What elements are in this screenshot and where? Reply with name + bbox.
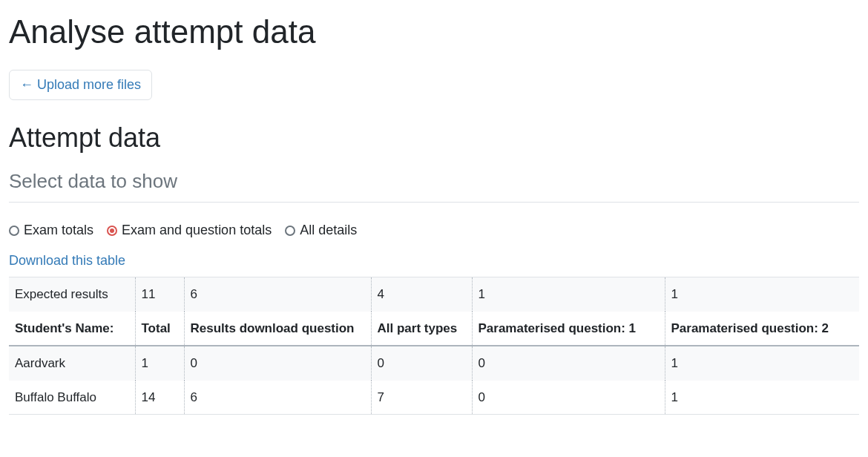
- radio-label: Exam totals: [24, 220, 93, 240]
- table-row: Aardvark10001: [9, 346, 859, 381]
- view-mode-radio-group: Exam totals Exam and question totals All…: [9, 220, 859, 240]
- cell-q1: 6: [184, 381, 371, 415]
- cell-name: Buffalo Buffalo: [9, 381, 135, 415]
- cell-q2: 0: [371, 346, 472, 381]
- section-title: Attempt data: [9, 118, 859, 158]
- radio-all-details[interactable]: All details: [285, 220, 357, 240]
- table-row: Buffalo Buffalo146701: [9, 381, 859, 415]
- cell-q3: 0: [472, 346, 665, 381]
- expected-results-row: Expected results 11 6 4 1 1: [9, 277, 859, 312]
- col-header-q4: Paramaterised question: 2: [665, 312, 859, 346]
- radio-icon: [107, 226, 117, 236]
- col-header-q2: All part types: [371, 312, 472, 346]
- radio-icon: [285, 226, 295, 236]
- cell-q3: 0: [472, 381, 665, 415]
- cell-q2: 7: [371, 381, 472, 415]
- cell-name: Aardvark: [9, 346, 135, 381]
- cell-total: 14: [135, 381, 184, 415]
- cell-q4: 1: [665, 381, 859, 415]
- col-header-q3: Paramaterised question: 1: [472, 312, 665, 346]
- attempt-data-table: Expected results 11 6 4 1 1 Student's Na…: [9, 277, 859, 415]
- cell-q1: 0: [184, 346, 371, 381]
- expected-label: Expected results: [9, 277, 135, 312]
- subsection-title: Select data to show: [9, 167, 859, 196]
- table-header-row: Student's Name: Total Results download q…: [9, 312, 859, 346]
- cell-q4: 1: [665, 346, 859, 381]
- radio-exam-question-totals[interactable]: Exam and question totals: [107, 220, 272, 240]
- cell-total: 1: [135, 346, 184, 381]
- upload-more-files-button[interactable]: ← Upload more files: [9, 70, 152, 100]
- expected-q2: 4: [371, 277, 472, 312]
- page-title: Analyse attempt data: [9, 7, 859, 56]
- radio-icon: [9, 226, 19, 236]
- col-header-q1: Results download question: [184, 312, 371, 346]
- download-table-link[interactable]: Download this table: [9, 253, 125, 268]
- col-header-name: Student's Name:: [9, 312, 135, 346]
- radio-label: Exam and question totals: [122, 220, 272, 240]
- radio-label: All details: [300, 220, 357, 240]
- expected-total: 11: [135, 277, 184, 312]
- expected-q1: 6: [184, 277, 371, 312]
- expected-q3: 1: [472, 277, 665, 312]
- col-header-total: Total: [135, 312, 184, 346]
- divider: [9, 202, 859, 203]
- expected-q4: 1: [665, 277, 859, 312]
- radio-exam-totals[interactable]: Exam totals: [9, 220, 93, 240]
